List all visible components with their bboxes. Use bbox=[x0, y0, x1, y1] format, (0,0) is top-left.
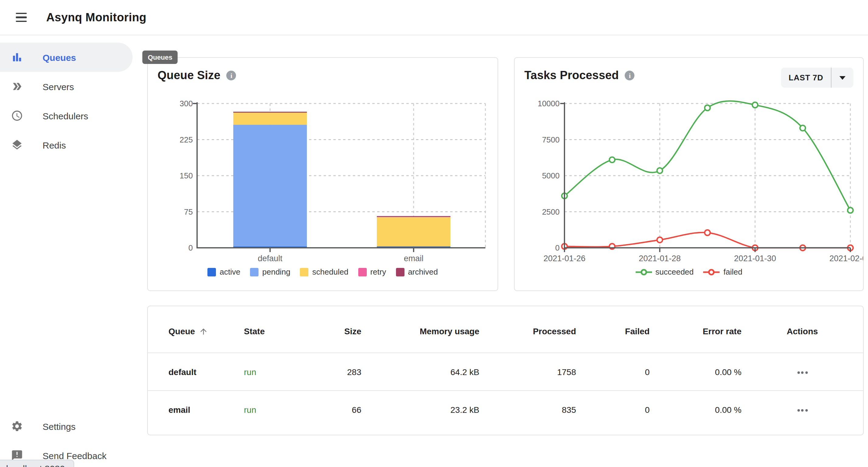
svg-text:2021-01-30: 2021-01-30 bbox=[734, 254, 776, 263]
sidebar-item-label: Send Feedback bbox=[42, 450, 106, 461]
sort-ascending-icon bbox=[198, 327, 208, 336]
legend-item-pending[interactable]: pending bbox=[250, 267, 290, 276]
legend-item-active[interactable]: active bbox=[208, 267, 240, 276]
app-root: Asynq Monitoring QueuesServersSchedulers… bbox=[0, 0, 868, 467]
column-header-memory-usage[interactable]: Memory usage bbox=[361, 326, 479, 336]
clock-icon bbox=[11, 110, 23, 122]
sidebar-nav: QueuesServersSchedulersRedis bbox=[0, 42, 144, 159]
cell-size: 283 bbox=[300, 367, 361, 377]
cell-processed: 835 bbox=[479, 405, 576, 414]
tasks-processed-card: Tasks Processed i LAST 7D 02500500075001… bbox=[514, 57, 864, 291]
tasks-processed-title: Tasks Processed bbox=[524, 69, 619, 82]
legend-swatch bbox=[300, 268, 309, 276]
sidebar-footer-nav: SettingsSend Feedback bbox=[0, 412, 144, 467]
queue-row-default[interactable]: defaultrun28364.2 kB175800.00 % bbox=[148, 353, 863, 390]
queue-size-card: Queue Size i defaultemail075150225300 ac… bbox=[147, 57, 498, 291]
menu-hamburger-icon[interactable] bbox=[9, 5, 33, 30]
legend-label: scheduled bbox=[312, 267, 348, 276]
legend-swatch bbox=[396, 268, 404, 276]
legend-label: active bbox=[220, 267, 240, 276]
tasks-processed-legend: succeededfailed bbox=[515, 267, 863, 276]
legend-item-scheduled[interactable]: scheduled bbox=[300, 267, 348, 276]
cell-queue: default bbox=[168, 367, 244, 377]
cell-state: run bbox=[244, 367, 300, 377]
svg-text:2021-01-26: 2021-01-26 bbox=[544, 254, 585, 263]
svg-text:150: 150 bbox=[180, 171, 193, 180]
legend-swatch bbox=[250, 268, 258, 276]
column-header-size[interactable]: Size bbox=[300, 326, 361, 336]
queues-table-card: QueueStateSizeMemory usageProcessedFaile… bbox=[147, 305, 864, 435]
sidebar-item-redis[interactable]: Redis bbox=[0, 130, 133, 159]
info-icon[interactable]: i bbox=[226, 70, 236, 80]
column-header-error-rate[interactable]: Error rate bbox=[650, 326, 742, 336]
legend-label: pending bbox=[262, 267, 290, 276]
column-header-failed[interactable]: Failed bbox=[576, 326, 650, 336]
tasks-card-header: Tasks Processed i bbox=[524, 69, 635, 82]
cell-failed: 0 bbox=[576, 367, 650, 377]
legend-line-marker bbox=[636, 268, 652, 275]
cell-state: run bbox=[244, 405, 300, 414]
table-body: defaultrun28364.2 kB175800.00 %emailrun6… bbox=[148, 353, 863, 428]
svg-text:2500: 2500 bbox=[542, 207, 560, 216]
legend-label: archived bbox=[408, 267, 438, 276]
column-header-processed[interactable]: Processed bbox=[479, 326, 576, 336]
sidebar-item-label: Schedulers bbox=[42, 111, 88, 121]
tasks-processed-line-chart: 0250050007500100002021-01-262021-01-2820… bbox=[515, 94, 864, 266]
sidebar-item-schedulers[interactable]: Schedulers bbox=[0, 101, 133, 130]
queue-row-email[interactable]: emailrun6623.2 kB83500.00 % bbox=[148, 390, 863, 428]
sidebar-item-queues[interactable]: Queues bbox=[0, 42, 133, 72]
app-bar: Asynq Monitoring bbox=[0, 0, 868, 35]
legend-item-failed[interactable]: failed bbox=[704, 267, 742, 276]
info-icon[interactable]: i bbox=[625, 70, 635, 80]
column-header-queue[interactable]: Queue bbox=[168, 326, 244, 336]
more-actions-icon[interactable] bbox=[794, 368, 811, 378]
sidebar-item-servers[interactable]: Servers bbox=[0, 72, 133, 101]
cell-error_rate: 0.00 % bbox=[650, 367, 742, 377]
queues-tooltip: Queues bbox=[142, 51, 178, 64]
more-actions-icon[interactable] bbox=[794, 406, 811, 415]
date-range-button[interactable]: LAST 7D bbox=[781, 67, 854, 88]
queue-size-bar-chart: defaultemail075150225300 bbox=[148, 94, 498, 266]
cell-error_rate: 0.00 % bbox=[650, 405, 742, 414]
svg-text:225: 225 bbox=[180, 135, 193, 144]
column-header-state[interactable]: State bbox=[244, 326, 300, 336]
svg-text:10000: 10000 bbox=[538, 99, 560, 108]
svg-text:2021-02-01: 2021-02-01 bbox=[829, 254, 864, 263]
cell-memory: 23.2 kB bbox=[361, 405, 479, 414]
legend-line-marker bbox=[704, 268, 720, 275]
svg-text:75: 75 bbox=[184, 207, 193, 216]
svg-text:0: 0 bbox=[189, 243, 193, 252]
cell-failed: 0 bbox=[576, 405, 650, 414]
legend-label: succeeded bbox=[655, 267, 694, 276]
chevron-down-icon bbox=[832, 76, 854, 80]
svg-text:7500: 7500 bbox=[542, 135, 560, 144]
sidebar-item-label: Redis bbox=[42, 140, 66, 150]
cell-processed: 1758 bbox=[479, 367, 576, 377]
date-range-label: LAST 7D bbox=[781, 73, 831, 82]
svg-text:0: 0 bbox=[555, 243, 560, 252]
browser-status-url: localhost:8080 bbox=[0, 460, 74, 467]
cell-queue: email bbox=[168, 405, 244, 414]
sidebar-item-settings[interactable]: Settings bbox=[0, 412, 133, 441]
legend-item-succeeded[interactable]: succeeded bbox=[636, 267, 694, 276]
legend-swatch bbox=[208, 268, 216, 276]
double-arrow-icon bbox=[11, 80, 23, 92]
app-title: Asynq Monitoring bbox=[46, 11, 146, 24]
svg-text:5000: 5000 bbox=[542, 171, 560, 180]
legend-item-archived[interactable]: archived bbox=[396, 267, 438, 276]
sidebar: QueuesServersSchedulersRedis SettingsSen… bbox=[0, 35, 144, 467]
svg-text:default: default bbox=[257, 254, 283, 263]
column-header-actions[interactable]: Actions bbox=[742, 326, 863, 336]
layers-icon bbox=[11, 139, 23, 151]
legend-swatch bbox=[358, 268, 367, 276]
bar-chart-icon bbox=[11, 51, 23, 63]
cell-memory: 64.2 kB bbox=[361, 367, 479, 377]
queue-size-card-header: Queue Size i bbox=[158, 69, 236, 82]
svg-text:2021-01-28: 2021-01-28 bbox=[639, 254, 681, 263]
legend-item-retry[interactable]: retry bbox=[358, 267, 386, 276]
queue-size-legend: activependingscheduledretryarchived bbox=[148, 267, 498, 276]
cell-size: 66 bbox=[300, 405, 361, 414]
cell-actions bbox=[742, 404, 863, 415]
cell-actions bbox=[742, 366, 863, 378]
sidebar-item-label: Servers bbox=[42, 81, 74, 92]
